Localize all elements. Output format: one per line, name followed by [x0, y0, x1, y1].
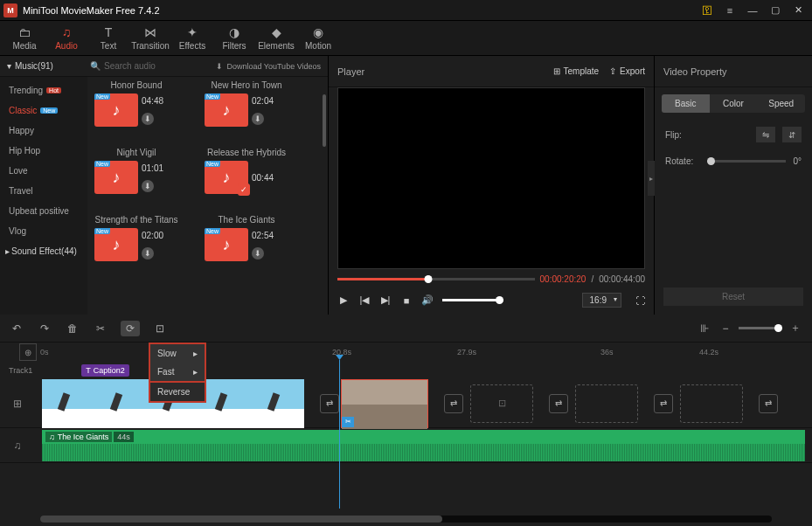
progress-knob[interactable]: [424, 275, 432, 283]
prev-button[interactable]: |◀: [358, 294, 371, 306]
music-category-header[interactable]: ▾Music(91): [7, 61, 90, 71]
maximize-button[interactable]: ▢: [765, 2, 786, 19]
playhead[interactable]: [339, 360, 340, 509]
tab-basic[interactable]: Basic: [662, 94, 710, 113]
stop-button[interactable]: ■: [400, 295, 413, 306]
audio-item[interactable]: Night Vigil New01:01⬇: [94, 148, 178, 194]
audio-item[interactable]: Release the Hybrids New✓00:44: [205, 148, 288, 194]
speed-slow[interactable]: Slow▸: [150, 344, 205, 363]
tool-effects[interactable]: ✦Effects: [171, 25, 213, 51]
library-panel: ▾Music(91) 🔍Search audio ⬇Download YouTu…: [0, 56, 329, 315]
zoom-in-button[interactable]: ＋: [788, 321, 803, 336]
drop-slot[interactable]: ⊡: [470, 384, 533, 423]
cat-soundeffect[interactable]: ▸Sound Effect(44): [0, 241, 87, 261]
delete-button[interactable]: 🗑: [65, 322, 80, 335]
chevron-right-icon: ▸: [193, 349, 198, 358]
rotate-slider[interactable]: [707, 160, 786, 163]
download-youtube-link[interactable]: ⬇Download YouTube Videos: [216, 62, 321, 71]
marker-icon[interactable]: ⊪: [697, 322, 712, 335]
export-button[interactable]: ⇪Export: [609, 66, 645, 76]
add-track-button[interactable]: ⊕: [19, 343, 37, 361]
cat-travel[interactable]: Travel: [0, 181, 87, 201]
transition-slot[interactable]: ⇄: [654, 394, 673, 413]
zoom-out-button[interactable]: −: [718, 322, 733, 335]
play-button[interactable]: ▶: [337, 294, 350, 306]
close-button[interactable]: ✕: [788, 2, 809, 19]
reset-button[interactable]: Reset: [663, 287, 803, 306]
tool-transition[interactable]: ⋈Transition: [129, 25, 171, 51]
cat-love[interactable]: Love: [0, 161, 87, 181]
time-sep: /: [591, 274, 593, 284]
crop-button[interactable]: ⊡: [152, 322, 168, 335]
search-input[interactable]: 🔍Search audio: [90, 61, 216, 71]
minimize-button[interactable]: —: [742, 2, 763, 19]
speed-reverse[interactable]: Reverse: [150, 381, 205, 401]
flip-h-button[interactable]: ⇋: [756, 127, 775, 142]
transition-slot[interactable]: ⇄: [444, 394, 463, 413]
tool-elements[interactable]: ◆Elements: [255, 25, 297, 51]
flip-v-button[interactable]: ⇵: [782, 127, 802, 142]
music-icon: ♫: [45, 25, 87, 39]
speed-fast[interactable]: Fast▸: [150, 363, 205, 381]
elements-icon: ◆: [255, 25, 297, 39]
filters-icon: ◑: [213, 25, 255, 39]
download-icon[interactable]: ⬇: [252, 247, 264, 260]
cat-vlog[interactable]: Vlog: [0, 221, 87, 241]
template-button[interactable]: ⊞Template: [553, 66, 600, 76]
transition-slot[interactable]: ⇄: [320, 394, 339, 413]
audio-clip[interactable]: ♫The Ice Giants 44s: [42, 430, 805, 461]
new-badge: New: [40, 107, 58, 114]
audio-item[interactable]: Honor Bound New04:48⬇: [94, 80, 178, 127]
cat-happy[interactable]: Happy: [0, 121, 87, 141]
transition-slot[interactable]: ⇄: [549, 394, 568, 413]
download-icon[interactable]: ⬇: [252, 113, 264, 125]
library-scrollbar[interactable]: [323, 94, 326, 147]
drop-slot[interactable]: [680, 384, 743, 423]
caption-clip[interactable]: TCaption2: [81, 364, 129, 377]
track-label: Track1: [9, 366, 32, 375]
volume-slider[interactable]: [442, 299, 503, 301]
tool-text[interactable]: TText: [87, 25, 129, 51]
volume-icon[interactable]: 🔊: [421, 294, 434, 306]
video-clip-2[interactable]: ✂: [341, 379, 428, 428]
audio-item[interactable]: The Ice Giants New02:54⬇: [205, 215, 288, 261]
transition-slot[interactable]: ⇄: [759, 394, 778, 413]
cat-hiphop[interactable]: Hip Hop: [0, 141, 87, 161]
undo-button[interactable]: ↶: [9, 322, 24, 335]
tool-audio[interactable]: ♫Audio: [45, 25, 87, 51]
menu-icon[interactable]: ≡: [719, 2, 740, 19]
progress-bar[interactable]: [337, 278, 535, 280]
speed-button[interactable]: ⟳: [121, 321, 140, 336]
audio-clip-label: ♫The Ice Giants: [45, 432, 112, 442]
download-icon[interactable]: ⬇: [142, 180, 154, 192]
chevron-right-icon: ▸: [5, 246, 10, 256]
zoom-slider[interactable]: [739, 327, 782, 329]
key-icon[interactable]: ⚿: [702, 4, 712, 17]
drop-slot[interactable]: [575, 384, 638, 423]
cat-classic[interactable]: ClassicNew: [0, 100, 87, 121]
tab-speed[interactable]: Speed: [757, 94, 805, 113]
tab-color[interactable]: Color: [710, 94, 758, 113]
cat-upbeat[interactable]: Upbeat positive: [0, 201, 87, 221]
effects-icon: ✦: [171, 25, 213, 39]
timeline-ruler[interactable]: ⊕ 0s 20.8s 27.9s 36s 44.2s: [0, 343, 812, 362]
download-icon[interactable]: ⬇: [142, 247, 154, 260]
fullscreen-button[interactable]: ⛶: [635, 295, 645, 306]
audio-item[interactable]: Strength of the Titans New02:00⬇: [94, 215, 178, 261]
redo-button[interactable]: ↷: [37, 322, 52, 335]
video-preview[interactable]: [337, 87, 645, 269]
collapse-handle[interactable]: ▸: [648, 161, 655, 196]
timeline-scrollbar[interactable]: [40, 516, 772, 523]
next-button[interactable]: ▶|: [379, 294, 392, 306]
search-icon: 🔍: [90, 61, 101, 71]
aspect-select[interactable]: 16:9: [582, 293, 621, 308]
cat-trending[interactable]: TrendingHot: [0, 80, 87, 100]
tool-media[interactable]: 🗀Media: [3, 25, 45, 51]
split-button[interactable]: ✂: [93, 322, 108, 335]
tool-filters[interactable]: ◑Filters: [213, 25, 255, 51]
new-tag: New: [94, 93, 110, 100]
tool-motion[interactable]: ◉Motion: [297, 25, 339, 51]
hot-badge: Hot: [46, 87, 61, 93]
audio-item[interactable]: New Hero in Town New02:04⬇: [205, 80, 288, 127]
download-icon[interactable]: ⬇: [142, 113, 154, 125]
